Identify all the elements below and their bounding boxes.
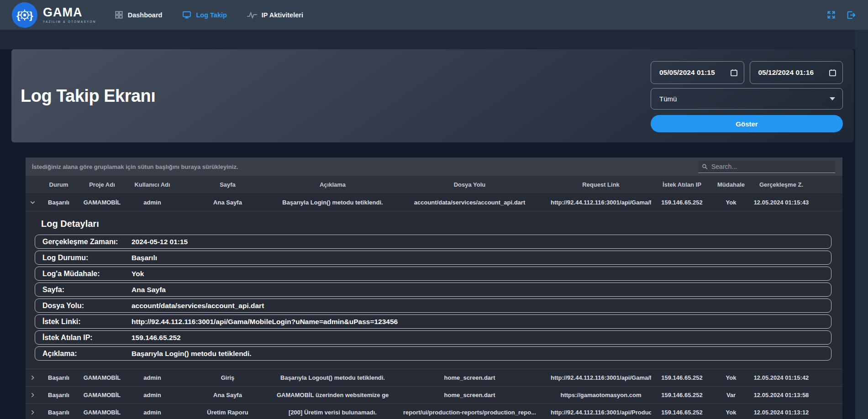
nav-item-log-takip[interactable]: Log Takip <box>182 10 226 19</box>
detail-field-value: Başarıyla Login() metodu tetiklendi. <box>132 350 252 358</box>
table-cell: Giriş <box>179 374 277 381</box>
navbar-actions <box>826 10 856 20</box>
filter-controls: 05/05/2024 01:15 05/12/2024 01:16 Tümü <box>651 59 843 132</box>
detail-field-label: Sayfa: <box>42 286 132 294</box>
column-header[interactable]: Proje Adı <box>78 181 126 188</box>
detail-field-label: Log'a Müdahale: <box>42 270 132 278</box>
expand-chevron-icon[interactable] <box>26 409 39 415</box>
collapse-chevron-icon[interactable] <box>26 199 39 205</box>
expand-chevron-icon[interactable] <box>26 392 39 398</box>
table-cell: Başarıyla Login() metodu tetiklendi. <box>277 199 389 206</box>
group-by-bar[interactable]: İstediğiniz alana göre gruplamak için sü… <box>26 157 842 176</box>
expand-chevron-icon[interactable] <box>26 375 39 381</box>
brand-tagline: YAZILIM & OTOMASYON <box>43 20 96 23</box>
table-cell: admin <box>126 409 179 416</box>
table-cell: GAMAMOBİL <box>78 199 126 206</box>
table-cell: report/ui/production-reports/production_… <box>389 409 551 416</box>
table-cell: Yok <box>713 409 749 416</box>
date-from-input[interactable]: 05/05/2024 01:15 <box>651 61 744 84</box>
log-table-row[interactable]: BaşarılıGAMAMOBİLadminAna SayfaBaşarıyla… <box>26 194 842 211</box>
hero-panel: Log Takip Ekranı 05/05/2024 01:15 05/12/… <box>11 49 854 142</box>
table-cell: GAMAMOBİL <box>78 392 126 398</box>
calendar-icon <box>731 69 737 76</box>
detail-field: İstek Atılan IP:159.146.65.252 <box>35 330 831 345</box>
table-body: BaşarılıGAMAMOBİLadminAna SayfaBaşarıyla… <box>26 194 842 419</box>
table-cell: admin <box>126 392 179 398</box>
content-area: Log Takip Ekranı 05/05/2024 01:15 05/12/… <box>0 30 855 419</box>
brand-name: GAMA <box>43 6 96 19</box>
grid-icon <box>115 10 123 19</box>
date-to-input[interactable]: 05/12/2024 01:16 <box>750 61 843 84</box>
table-cell: Başarılı <box>39 374 78 381</box>
table-cell: admin <box>126 374 179 381</box>
table-cell: admin <box>126 199 179 206</box>
search-icon <box>702 163 708 170</box>
table-cell: Başarılı <box>39 392 78 398</box>
log-table-row[interactable]: BaşarılıGAMAMOBİLadminGirişBaşarıyla Log… <box>26 369 842 387</box>
column-header[interactable]: İstek Atılan IP <box>651 181 713 188</box>
nav-item-ip-aktiviteleri[interactable]: IP Aktiviteleri <box>247 11 303 19</box>
detail-field-label: Log Durumu: <box>42 254 132 262</box>
nav-item-label: Dashboard <box>128 11 163 19</box>
show-button[interactable]: Göster <box>651 115 843 132</box>
table-header-row: DurumProje AdıKullanıcı AdıSayfaAçıklama… <box>26 176 842 194</box>
detail-field: Açıklama:Başarıyla Login() metodu tetikl… <box>35 346 831 361</box>
table-cell: 159.146.65.252 <box>651 392 713 398</box>
column-header[interactable]: Durum <box>39 181 78 188</box>
date-to-value: 05/12/2024 01:16 <box>758 68 814 77</box>
activity-icon <box>247 11 257 19</box>
main-nav: DashboardLog TakipIP Aktiviteleri <box>115 10 303 19</box>
table-cell: GAMAMOBİL <box>78 374 126 381</box>
log-type-select[interactable]: Tümü <box>651 88 843 110</box>
column-header[interactable]: Kullanıcı Adı <box>126 181 179 188</box>
log-table-row[interactable]: BaşarılıGAMAMOBİLadminAna SayfaGAMAMOBİL… <box>26 387 842 404</box>
column-header[interactable]: Request Link <box>551 181 651 188</box>
log-table-row[interactable]: BaşarılıGAMAMOBİLadminÜretim Raporu[200]… <box>26 404 842 419</box>
detail-field-value: Başarılı <box>132 254 157 262</box>
scrollbar-track[interactable] <box>855 30 868 419</box>
column-header[interactable]: Açıklama <box>277 181 389 188</box>
table-cell: GAMAMOBİL <box>78 409 126 416</box>
nav-item-dashboard[interactable]: Dashboard <box>115 10 163 19</box>
detail-field-label: Gerçekleşme Zamanı: <box>42 238 132 246</box>
table-cell: [200] Üretim verisi bulunamadı. <box>277 409 389 416</box>
detail-field-label: Açıklama: <box>42 350 132 358</box>
table-cell: 12.05.2024 01:15:43 <box>749 199 813 206</box>
top-gap <box>0 30 855 49</box>
table-cell: Başarıyla Logout() metodu tetiklendi. <box>277 374 389 381</box>
table-cell: 159.146.65.252 <box>651 199 713 206</box>
top-navbar: { } GAMA YAZILIM & OTOMASYON DashboardLo… <box>0 0 868 30</box>
table-cell: 12.05.2024 01:13:12 <box>749 409 813 416</box>
brand: { } GAMA YAZILIM & OTOMASYON <box>12 2 96 28</box>
detail-field: Gerçekleşme Zamanı:2024-05-12 01:15 <box>35 235 831 249</box>
calendar-icon <box>829 69 836 76</box>
detail-field-value: account/data/services/account_api.dart <box>132 302 264 310</box>
log-detail-panel: Log DetaylarıGerçekleşme Zamanı:2024-05-… <box>26 211 842 369</box>
page-title: Log Takip Ekranı <box>21 86 155 106</box>
detail-field-value: Yok <box>132 270 144 278</box>
group-by-hint: İstediğiniz alana göre gruplamak için sü… <box>32 163 238 170</box>
logout-icon[interactable] <box>846 10 856 20</box>
nav-item-label: Log Takip <box>196 11 226 19</box>
column-header[interactable]: Müdahale <box>713 181 749 188</box>
log-table-panel: İstediğiniz alana göre gruplamak için sü… <box>26 157 842 419</box>
detail-field-label: İstek Linki: <box>42 318 132 326</box>
search-input[interactable] <box>711 163 831 170</box>
fullscreen-icon[interactable] <box>826 10 836 20</box>
column-header[interactable]: Dosya Yolu <box>389 181 551 188</box>
log-type-selected-value: Tümü <box>659 95 677 103</box>
table-cell: http://92.44.112.116:3001/api/Product/Ge… <box>551 409 651 416</box>
table-cell: Ana Sayfa <box>179 392 277 398</box>
table-cell: http://92.44.112.116:3001/api/Gama/Mobil… <box>551 374 651 381</box>
table-cell: https://gamaotomasyon.com <box>551 392 651 398</box>
table-cell: home_screen.dart <box>389 374 551 381</box>
column-header[interactable]: Sayfa <box>179 181 277 188</box>
table-cell: Başarılı <box>39 409 78 416</box>
page: Log Takip Ekranı 05/05/2024 01:15 05/12/… <box>0 30 868 419</box>
table-cell: Var <box>713 392 749 398</box>
chevron-down-icon <box>830 97 835 100</box>
nav-item-label: IP Aktiviteleri <box>262 11 303 19</box>
detail-field: Log Durumu:Başarılı <box>35 251 831 265</box>
column-header[interactable]: Gerçekleşme Z. <box>749 181 813 188</box>
table-cell: 12.05.2024 01:15:42 <box>749 374 813 381</box>
